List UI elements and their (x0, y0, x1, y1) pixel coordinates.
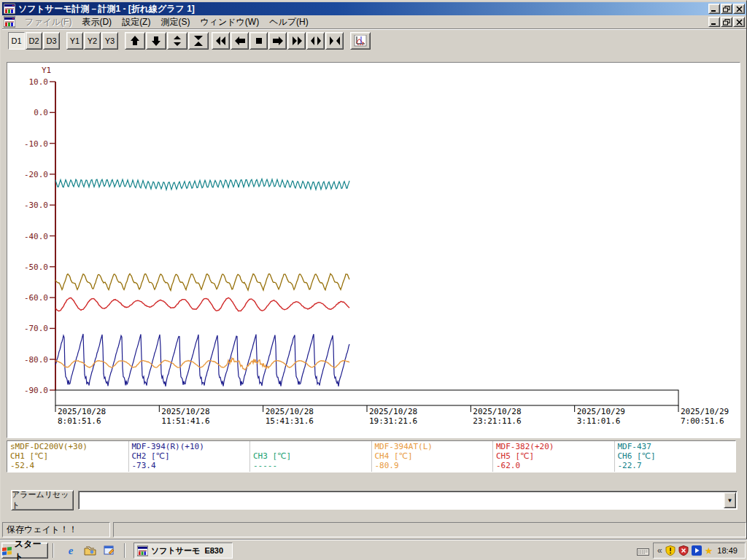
menu-help[interactable]: ヘルプ(H) (264, 15, 314, 29)
scroll-up-icon (129, 36, 141, 46)
media-play-icon[interactable] (692, 545, 702, 556)
x-scroll-box[interactable] (55, 390, 678, 405)
mdi-child-icon[interactable] (4, 16, 15, 28)
rewind-icon (215, 36, 227, 46)
security-alert-shield-icon[interactable] (665, 545, 676, 556)
chevron-left-icon[interactable]: « (657, 545, 662, 556)
chevron-down-icon: ▼ (727, 497, 733, 504)
combobox-dropdown-button[interactable]: ▼ (724, 492, 736, 508)
legend-cell-ch5: MDF-382(+20)CH5 [℃]-62.0 (493, 441, 615, 472)
system-tray: « ★ 18:49 (653, 542, 746, 559)
channel-label: CH3 [℃] (253, 451, 368, 461)
keyboard-icon[interactable] (636, 545, 649, 558)
channel-name: MDF-394AT(L) (375, 442, 490, 451)
series-ch1 (55, 273, 349, 290)
step-forward-button[interactable] (268, 32, 287, 50)
channel-legend-panel: sMDF-DC200V(+30)CH1 [℃]-52.4MDF-394(R)(+… (7, 440, 736, 472)
y-tick-label: 0.0 (15, 108, 48, 117)
app-window: ソフトサーモ計測－計測1 - [折れ線グラフ 1] ファイル(F) 表示(D) … (0, 0, 747, 540)
favorites-star-icon[interactable]: ★ (705, 545, 713, 556)
menu-view[interactable]: 表示(D) (77, 15, 117, 29)
rewind-button[interactable] (212, 32, 230, 50)
minimize-icon (711, 6, 718, 12)
status-message-panel: 保存ウェイト！！ (2, 522, 110, 537)
scroll-up-button[interactable] (125, 32, 145, 50)
x-tick-label: 2025/10/28 15:41:31.6 (266, 407, 314, 426)
expand-horizontal-button[interactable] (306, 32, 325, 50)
compress-vertical-button[interactable] (188, 32, 209, 50)
fast-forward-button[interactable] (287, 32, 306, 50)
fast-forward-icon (291, 36, 303, 46)
channel-name: MDF-382(+20) (496, 442, 611, 451)
mdi-close-button[interactable] (733, 17, 745, 27)
channel-label: CH4 [℃] (375, 451, 490, 461)
y-axis-title: Y1 (42, 66, 51, 75)
app-icon (4, 3, 15, 15)
alarm-reset-button[interactable]: アラームリセット (11, 490, 74, 510)
channel-label: CH2 [℃] (132, 451, 247, 461)
y-tick-label: -60.0 (15, 293, 48, 303)
compress-vertical-icon (193, 36, 204, 46)
channel-name: MDF-394(R)(+10) (132, 442, 247, 451)
compress-horizontal-icon (329, 36, 341, 46)
task-button-label: ソフトサーモ E830 (151, 545, 223, 556)
channel-name: sMDF-DC200V(+30) (10, 442, 125, 451)
title-bar: ソフトサーモ計測－計測1 - [折れ線グラフ 1] (2, 2, 746, 15)
y-tick-label: -80.0 (15, 355, 48, 365)
taskbar-separator (124, 543, 125, 558)
stop-button[interactable] (249, 32, 268, 50)
antivirus-shield-icon[interactable] (678, 545, 689, 556)
expand-vertical-button[interactable] (167, 32, 187, 50)
menu-window[interactable]: ウィンドウ(W) (195, 15, 264, 29)
channel-label: CH6 [℃] (618, 451, 733, 461)
close-icon (736, 6, 743, 12)
channel-label: CH1 [℃] (10, 451, 125, 461)
x-tick-label: 2025/10/28 8:01:51.6 (58, 407, 106, 426)
status-extra-panel (113, 522, 746, 537)
compress-horizontal-button[interactable] (325, 32, 344, 50)
legend-cell-ch6: MDF-437CH6 [℃]-22.7 (615, 441, 736, 472)
y-tick-label: -10.0 (15, 139, 48, 149)
minimize-icon (711, 19, 718, 26)
restore-icon (723, 6, 730, 12)
folders-icon[interactable] (83, 544, 96, 557)
minimize-button[interactable] (708, 4, 720, 14)
step-back-button[interactable] (231, 32, 249, 50)
status-message: 保存ウェイト！！ (7, 524, 77, 536)
x-tick-label: 2025/10/29 7:00:51.6 (681, 407, 729, 426)
y-tick-label: -70.0 (15, 324, 48, 333)
task-button-softthermo[interactable]: ソフトサーモ E830 (133, 542, 233, 559)
menu-measure[interactable]: 測定(S) (155, 15, 195, 29)
menu-file[interactable]: ファイル(F) (20, 15, 77, 29)
graph-stats-icon (354, 35, 367, 47)
mdi-restore-button[interactable] (721, 17, 732, 27)
menu-settings[interactable]: 設定(Z) (117, 15, 155, 29)
expand-horizontal-icon (310, 36, 322, 46)
x-tick-label: 2025/10/29 3:11:01.6 (577, 407, 625, 426)
show-desktop-icon[interactable] (102, 544, 115, 557)
start-button[interactable]: スタート (1, 542, 48, 559)
series-ch2 (55, 334, 349, 386)
expand-vertical-icon (171, 36, 183, 46)
channel-label: CH5 [℃] (496, 451, 611, 461)
x-tick-label: 2025/10/28 23:21:11.6 (473, 407, 521, 426)
yaxis3-button[interactable]: Y3 (101, 32, 118, 50)
close-button[interactable] (733, 4, 745, 14)
series-ch5 (55, 298, 349, 311)
display3-button[interactable]: D3 (43, 32, 60, 50)
channel-value: -22.7 (618, 461, 733, 470)
yaxis1-button[interactable]: Y1 (66, 32, 83, 50)
display1-button[interactable]: D1 (8, 32, 25, 50)
taskbar: スタート e ソフトサーモ E830 (0, 540, 747, 560)
mdi-minimize-button[interactable] (708, 17, 720, 27)
yaxis2-button[interactable]: Y2 (84, 32, 101, 50)
legend-cell-ch2: MDF-394(R)(+10)CH2 [℃]-73.4 (129, 441, 251, 472)
restore-button[interactable] (721, 4, 732, 14)
alarm-combobox[interactable]: ▼ (78, 491, 738, 510)
channel-name: MDF-437 (618, 442, 733, 451)
app-icon (137, 545, 148, 556)
scroll-down-button[interactable] (146, 32, 166, 50)
graph-stats-button[interactable] (350, 32, 371, 50)
internet-explorer-icon[interactable]: e (64, 544, 77, 557)
display2-button[interactable]: D2 (26, 32, 42, 50)
